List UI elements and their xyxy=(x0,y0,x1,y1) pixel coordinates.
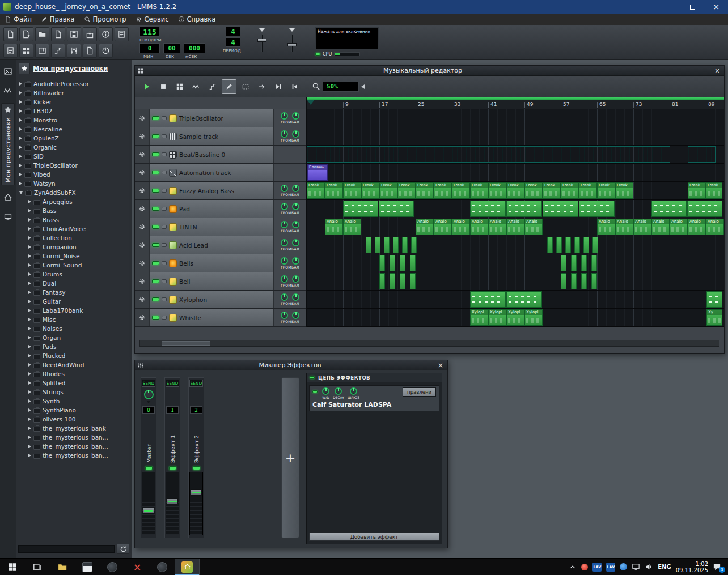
add-effect-button[interactable]: Добавить эффект xyxy=(309,533,439,541)
jump-to-start-button[interactable] xyxy=(287,79,302,94)
volume-icon[interactable] xyxy=(645,563,653,571)
track-solo-led[interactable] xyxy=(162,152,167,156)
track-pan-knob[interactable] xyxy=(292,112,299,120)
tab-instruments[interactable] xyxy=(1,65,15,78)
track-name-plate[interactable]: TripleOscillator xyxy=(150,109,273,127)
file-explorer-taskbar-button[interactable] xyxy=(50,559,75,575)
track-settings-button[interactable] xyxy=(135,200,150,218)
pattern-block[interactable]: Analo xyxy=(670,219,688,235)
expand-arrow-icon[interactable] xyxy=(28,263,31,267)
expand-arrow-icon[interactable] xyxy=(28,445,31,448)
track-pan-knob[interactable] xyxy=(292,185,299,192)
pattern-block[interactable]: Freak xyxy=(343,182,361,199)
tempo-display[interactable]: 115 xyxy=(139,27,160,37)
pattern-block[interactable] xyxy=(379,273,385,289)
track-volume-knob[interactable] xyxy=(281,275,288,283)
export-project-button[interactable] xyxy=(83,27,97,41)
tree-item[interactable]: the_mysterious_ban... xyxy=(17,433,132,442)
tree-item[interactable]: Laba170bank xyxy=(17,306,132,315)
taskbar-clock[interactable]: 1:02 09.11.2025 xyxy=(676,561,708,573)
track-solo-led[interactable] xyxy=(162,134,167,138)
menu-item-4[interactable]: Сервис xyxy=(131,14,173,25)
track-pattern-row[interactable] xyxy=(307,254,724,272)
timesig-numerator-display[interactable]: 4 xyxy=(226,27,240,36)
expand-arrow-icon[interactable] xyxy=(28,399,31,403)
pattern-block[interactable] xyxy=(307,146,670,163)
pattern-block[interactable] xyxy=(506,291,542,308)
expand-arrow-icon[interactable] xyxy=(28,254,31,258)
tree-item[interactable]: Monstro xyxy=(17,116,132,125)
tree-item[interactable]: TripleOscillator xyxy=(17,161,132,170)
pattern-block[interactable] xyxy=(688,146,716,163)
pattern-block[interactable]: Ху xyxy=(706,309,722,326)
track-pan-knob[interactable] xyxy=(292,293,299,301)
pattern-block[interactable]: Freak xyxy=(597,182,615,199)
track-solo-led[interactable] xyxy=(162,207,167,211)
track-settings-button[interactable] xyxy=(135,272,150,290)
tree-item[interactable]: ReedAndWind xyxy=(17,360,132,369)
tree-item[interactable]: SynthPiano xyxy=(17,406,132,415)
pattern-block[interactable]: Freak xyxy=(325,182,343,199)
pattern-block[interactable] xyxy=(410,273,416,289)
master-volume-slider[interactable] xyxy=(256,28,268,54)
track-mute-led[interactable] xyxy=(152,171,159,174)
pattern-block[interactable] xyxy=(470,291,506,308)
pattern-block[interactable] xyxy=(366,237,371,253)
track-solo-led[interactable] xyxy=(162,116,167,120)
expand-arrow-icon[interactable] xyxy=(28,236,31,240)
tab-computer[interactable] xyxy=(1,210,15,224)
maximize-button[interactable] xyxy=(680,0,704,14)
channel-fader[interactable] xyxy=(189,472,203,535)
pattern-block[interactable]: Freak xyxy=(379,182,397,199)
expand-arrow-icon[interactable] xyxy=(28,363,31,367)
track-volume-knob[interactable] xyxy=(281,239,288,246)
track-pan-knob[interactable] xyxy=(292,312,299,319)
action-center-button[interactable]: 3 xyxy=(713,563,723,571)
expand-arrow-icon[interactable] xyxy=(19,127,22,131)
expand-arrow-icon[interactable] xyxy=(19,182,22,185)
zoom-dropdown-arrow[interactable] xyxy=(361,84,365,89)
track-volume-knob[interactable] xyxy=(281,130,288,138)
new-project-button[interactable] xyxy=(3,27,18,41)
track-volume-knob[interactable] xyxy=(281,203,288,210)
pattern-block[interactable]: Analo xyxy=(416,219,434,235)
pattern-block[interactable] xyxy=(543,201,578,217)
slider-handle[interactable] xyxy=(257,39,266,42)
toggle-song-editor-button[interactable] xyxy=(3,44,18,58)
tree-item[interactable]: Kicker xyxy=(17,97,132,107)
pattern-block[interactable] xyxy=(470,201,506,217)
app-window-titlebar[interactable]: deep_house_-_jorney_on_a_comet - LMMS 1.… xyxy=(0,0,728,14)
mixer-channel[interactable]: SEND0Master xyxy=(141,377,156,538)
expand-arrow-icon[interactable] xyxy=(28,354,31,357)
track-pattern-row[interactable] xyxy=(307,236,724,254)
expand-arrow-icon[interactable] xyxy=(28,345,31,348)
track-name-plate[interactable]: Acid Lead xyxy=(150,236,273,254)
tree-item[interactable]: Brass xyxy=(17,215,132,224)
channel-mute-led[interactable] xyxy=(145,466,153,470)
track-name-plate[interactable]: TINTN xyxy=(150,218,273,236)
pattern-block[interactable]: Analo xyxy=(615,219,633,235)
tree-item[interactable]: Strings xyxy=(17,387,132,397)
tree-item[interactable]: Misc xyxy=(17,315,132,324)
track-pattern-row[interactable]: AnaloAnaloAnaloAnaloAnaloAnaloAnaloAnalo… xyxy=(307,218,724,236)
fader-handle[interactable] xyxy=(167,498,178,504)
track-volume-knob[interactable] xyxy=(281,221,288,228)
send-button[interactable]: SEND xyxy=(166,380,179,387)
tree-item[interactable]: Synth xyxy=(17,397,132,406)
tree-item[interactable]: Watsyn xyxy=(17,179,132,188)
track-settings-button[interactable] xyxy=(135,236,150,254)
toggle-controller-rack-button[interactable] xyxy=(99,44,113,58)
timesig-denominator-display[interactable]: 4 xyxy=(226,37,240,47)
pattern-block[interactable]: Analo xyxy=(688,219,706,235)
pattern-block[interactable] xyxy=(410,255,416,271)
channel-mute-led[interactable] xyxy=(169,466,176,470)
pattern-block[interactable]: Analo xyxy=(343,219,361,235)
pattern-block[interactable] xyxy=(411,237,417,253)
pattern-block[interactable]: Analo xyxy=(706,219,724,235)
open-recent-button[interactable] xyxy=(51,27,65,41)
lmms-taskbar-button[interactable] xyxy=(175,559,200,575)
pattern-block[interactable] xyxy=(561,255,566,271)
expand-arrow-icon[interactable] xyxy=(28,300,31,303)
track-solo-led[interactable] xyxy=(162,225,167,229)
pattern-block[interactable] xyxy=(379,255,385,271)
